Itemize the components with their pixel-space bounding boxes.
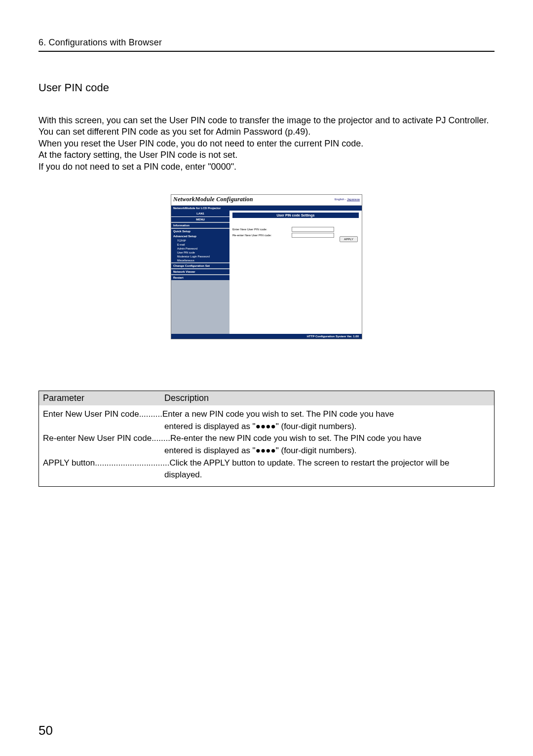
lang-japanese[interactable]: Japanese	[347, 198, 360, 201]
main-panel: User PIN code Settings Enter New User PI…	[229, 211, 362, 334]
table-row: Re-enter New User PIN code........Re-ent…	[43, 432, 490, 445]
lang-english[interactable]: English	[335, 198, 344, 201]
form-row-enter: Enter New User PIN code:	[232, 227, 359, 232]
param-desc: Enter a new PIN code you wish to set. Th…	[162, 408, 490, 421]
table-row: APPLY button............................…	[43, 457, 490, 469]
param-desc: Re-enter the new PIN code you wish to se…	[170, 432, 490, 445]
sidebar-tcpip[interactable]: TCP/IP	[171, 239, 229, 243]
language-switch: English - Japanese	[335, 198, 360, 201]
screenshot-figure: NetworkModule Configuration English - Ja…	[171, 194, 362, 364]
figure-subtitle: NetworkModule for LCD Projector	[171, 206, 362, 211]
dotted-leader: ........	[152, 432, 170, 445]
param-desc-cont: entered is displayed as "●●●●" (four-dig…	[43, 445, 490, 457]
sidebar-admin-password[interactable]: Admin Password	[171, 247, 229, 251]
page: 6. Configurations with Browser User PIN …	[0, 0, 533, 756]
param-desc-cont: entered is displayed as "●●●●" (four-dig…	[43, 421, 490, 433]
header-parameter: Parameter	[39, 391, 160, 405]
figure-body: LAN1 MENU Information Quick Setup Advanc…	[171, 211, 362, 334]
sidebar-item-label: Advanced Setup	[173, 235, 196, 238]
param-desc: Click the APPLY button to update. The sc…	[169, 457, 490, 469]
sidebar-item-label: Change Configuration Set	[173, 264, 210, 267]
body-p5: If you do not need to set a PIN code, en…	[38, 161, 495, 173]
sidebar: LAN1 MENU Information Quick Setup Advanc…	[171, 211, 229, 334]
sidebar-menu-label: MENU	[171, 217, 229, 222]
sidebar-miscellaneous[interactable]: Miscellaneous	[171, 258, 229, 262]
sidebar-email[interactable]: E-mail	[171, 243, 229, 247]
sidebar-advanced-setup[interactable]: Advanced Setup	[171, 234, 229, 239]
figure-wrap: NetworkModule Configuration English - Ja…	[38, 194, 495, 364]
chapter-title: 6. Configurations with Browser	[38, 37, 495, 48]
dotted-leader: ..........	[139, 408, 162, 421]
enter-pin-label: Enter New User PIN code:	[232, 228, 292, 231]
body-p4: At the factory setting, the User PIN cod…	[38, 149, 495, 161]
reenter-pin-input[interactable]	[292, 233, 334, 238]
apply-button[interactable]: APPLY	[340, 236, 358, 242]
sidebar-quick-setup[interactable]: Quick Setup	[171, 229, 229, 234]
body-p2: You can set different PIN code as you se…	[38, 126, 495, 138]
sidebar-spacer	[171, 280, 229, 334]
panel-title: User PIN code Settings	[232, 213, 359, 218]
sidebar-restart[interactable]: Restart	[171, 275, 229, 280]
sidebar-change-config[interactable]: Change Configuration Set	[171, 263, 229, 268]
body-text: With this screen, you can set the User P…	[38, 115, 495, 173]
figure-title: NetworkModule Configuration	[173, 196, 253, 203]
sidebar-item-label: Information	[173, 224, 190, 227]
param-label: Enter New User PIN code	[43, 408, 139, 421]
figure-footer: HTTP Configuration System Ver. 1.00	[171, 334, 362, 339]
sidebar-setup-block: Quick Setup Advanced Setup TCP/IP E-mail…	[171, 229, 229, 262]
body-p1: With this screen, you can set the User P…	[38, 115, 495, 126]
sidebar-item-label: Network Viewer	[173, 270, 195, 273]
sidebar-item-label: Restart	[173, 276, 184, 279]
sidebar-item-label: Quick Setup	[173, 230, 190, 233]
divider	[38, 51, 495, 52]
section-title: User PIN code	[38, 81, 495, 94]
parameter-table: Parameter Description Enter New User PIN…	[38, 391, 495, 487]
sidebar-network-viewer[interactable]: Network Viewer	[171, 269, 229, 274]
header-description: Description	[160, 391, 494, 405]
param-label: Re-enter New User PIN code	[43, 432, 152, 445]
sidebar-information[interactable]: Information	[171, 223, 229, 228]
param-label: APPLY button	[43, 457, 95, 469]
enter-pin-input[interactable]	[292, 227, 334, 232]
table-body: Enter New User PIN code ..........Enter …	[39, 405, 494, 486]
sidebar-moderator-login[interactable]: Moderator Login Password	[171, 254, 229, 258]
body-p3: When you reset the User PIN code, you do…	[38, 138, 495, 149]
sidebar-user-pin[interactable]: User PIN code	[171, 251, 229, 254]
reenter-pin-label: Re-enter New User PIN code:	[232, 234, 292, 237]
dotted-leader: ................................	[95, 457, 169, 469]
param-desc-cont: displayed.	[43, 469, 490, 481]
page-number: 50	[38, 723, 53, 738]
table-row: Enter New User PIN code ..........Enter …	[43, 408, 490, 421]
table-header: Parameter Description	[39, 391, 494, 405]
figure-header: NetworkModule Configuration English - Ja…	[171, 195, 362, 206]
sidebar-lan[interactable]: LAN1	[171, 211, 229, 217]
